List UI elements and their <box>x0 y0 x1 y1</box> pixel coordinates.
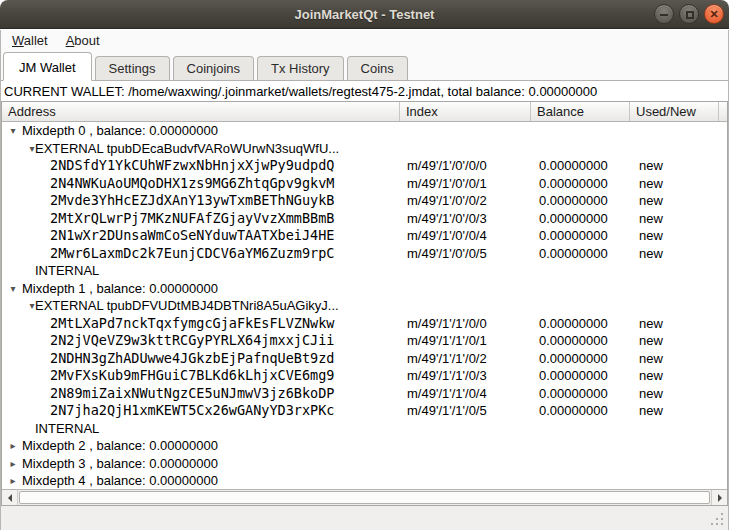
index-cell: m/49'/1'/0'/0/5 <box>407 245 487 263</box>
collapse-arrow-icon[interactable]: ▾ <box>7 280 19 298</box>
expand-arrow-icon[interactable]: ▸ <box>7 455 19 473</box>
tree-row-group[interactable]: ▸Mixdepth 3 , balance: 0.00000000 <box>2 455 727 473</box>
tree-row-group[interactable]: INTERNAL <box>2 262 727 280</box>
column-header-index[interactable]: Index <box>400 102 531 121</box>
tree-group-label: Mixdepth 2 , balance: 0.00000000 <box>22 437 218 455</box>
tree-group-label: INTERNAL <box>35 262 99 280</box>
address-cell: 2NDHN3gZhADUwwe4JGkzbEjPafnqUeBt9zd <box>50 350 334 368</box>
minimize-button[interactable] <box>654 4 674 24</box>
tab-settings[interactable]: Settings <box>95 56 170 80</box>
balance-cell: 0.00000000 <box>539 315 608 333</box>
minimize-icon <box>660 14 668 16</box>
tree-row-group[interactable]: ▾EXTERNAL tpubDEcaBudvfVARoWUrwN3suqWfU.… <box>2 140 727 158</box>
menu-accel-letter: W <box>12 33 24 48</box>
tree-row-group[interactable]: ▾Mixdepth 1 , balance: 0.00000000 <box>2 280 727 298</box>
tree-group-label: Mixdepth 4 , balance: 0.00000000 <box>22 472 218 489</box>
tab-jm-wallet[interactable]: JM Wallet <box>3 52 92 81</box>
balance-cell: 0.00000000 <box>539 332 608 350</box>
tab-coins[interactable]: Coins <box>347 56 408 80</box>
tree-row-address[interactable]: 2N4NWKuAoUMQoDHX1zs9MG6ZhtqGpv9gkvMm/49'… <box>2 175 727 193</box>
app-body: WalletAbout JM WalletSettingsCoinjoinsTx… <box>0 30 729 530</box>
tab-bar: JM WalletSettingsCoinjoinsTx HistoryCoin… <box>1 52 728 81</box>
address-cell: 2N2jVQeVZ9w3kttRCGyPYRLX64jmxxjCJii <box>50 332 334 350</box>
index-cell: m/49'/1'/1'/0/1 <box>407 332 487 350</box>
tree-row-address[interactable]: 2N89miZaixNWutNgzCE5uNJmwV3jz6BkoDPm/49'… <box>2 385 727 403</box>
index-cell: m/49'/1'/0'/0/0 <box>407 157 487 175</box>
tree-group-label: Mixdepth 1 , balance: 0.00000000 <box>22 280 218 298</box>
maximize-button[interactable] <box>679 4 699 24</box>
expand-arrow-icon[interactable]: ▸ <box>7 437 19 455</box>
tree-group-label: Mixdepth 3 , balance: 0.00000000 <box>22 455 218 473</box>
close-button[interactable]: ✕ <box>704 4 724 24</box>
column-header-filler <box>719 102 727 121</box>
column-header-balance[interactable]: Balance <box>531 102 630 121</box>
index-cell: m/49'/1'/0'/0/3 <box>407 210 487 228</box>
index-cell: m/49'/1'/0'/0/4 <box>407 227 487 245</box>
tab-coinjoins[interactable]: Coinjoins <box>173 56 254 80</box>
tree-header-row: AddressIndexBalanceUsed/New <box>2 102 727 122</box>
tree-row-address[interactable]: 2MtLXaPd7nckTqxfymgcGjaFkEsFLVZNwkwm/49'… <box>2 315 727 333</box>
tree-row-address[interactable]: 2MvFXsKub9mFHGuiC7BLKd6kLhjxCVE6mg9m/49'… <box>2 367 727 385</box>
scroll-right-button[interactable] <box>711 490 727 505</box>
used-new-cell: new <box>639 192 663 210</box>
used-new-cell: new <box>639 175 663 193</box>
window-title: JoinMarketQt - Testnet <box>0 0 729 29</box>
address-cell: 2N89miZaixNWutNgzCE5uNJmwV3jz6BkoDP <box>50 385 334 403</box>
index-cell: m/49'/1'/0'/0/1 <box>407 175 487 193</box>
title-bar[interactable]: JoinMarketQt - Testnet ✕ <box>0 0 729 29</box>
balance-cell: 0.00000000 <box>539 210 608 228</box>
address-cell: 2Mwr6LaxmDc2k7EunjCDCV6aYM6Zuzm9rpC <box>50 245 334 263</box>
menu-item-wallet[interactable]: Wallet <box>3 30 57 50</box>
tree-group-label: EXTERNAL tpubDFVUDtMBJ4DBTNri8A5uAGikyJ.… <box>35 297 339 315</box>
tree-row-address[interactable]: 2N7jha2QjH1xmKEWT5Cx26wGANyYD3rxPKcm/49'… <box>2 402 727 420</box>
scroll-left-button[interactable] <box>2 490 18 505</box>
tree-group-label: EXTERNAL tpubDEcaBudvfVARoWUrwN3suqWfU..… <box>35 140 339 158</box>
tree-row-address[interactable]: 2N2jVQeVZ9w3kttRCGyPYRLX64jmxxjCJiim/49'… <box>2 332 727 350</box>
expand-arrow-icon[interactable]: ▸ <box>7 472 19 489</box>
tree-row-group[interactable]: ▸Mixdepth 4 , balance: 0.00000000 <box>2 472 727 489</box>
index-cell: m/49'/1'/1'/0/3 <box>407 367 487 385</box>
maximize-icon <box>686 11 694 19</box>
balance-cell: 0.00000000 <box>539 245 608 263</box>
resize-grip[interactable] <box>711 513 725 527</box>
index-cell: m/49'/1'/1'/0/0 <box>407 315 487 333</box>
column-header-address[interactable]: Address <box>2 102 400 121</box>
horizontal-scrollbar[interactable] <box>2 489 727 505</box>
used-new-cell: new <box>639 210 663 228</box>
used-new-cell: new <box>639 227 663 245</box>
index-cell: m/49'/1'/0'/0/2 <box>407 192 487 210</box>
tree-row-address[interactable]: 2NDHN3gZhADUwwe4JGkzbEjPafnqUeBt9zdm/49'… <box>2 350 727 368</box>
balance-cell: 0.00000000 <box>539 157 608 175</box>
scroll-left-arrow-icon <box>4 494 12 502</box>
address-cell: 2Mvde3YhHcEZJdXAnY13ywTxmBEThNGuykB <box>50 192 334 210</box>
tab-tx-history[interactable]: Tx History <box>257 56 344 80</box>
tree-row-address[interactable]: 2NDSfdY1YkCUhWFzwxNbHnjxXjwPy9udpdQm/49'… <box>2 157 727 175</box>
balance-cell: 0.00000000 <box>539 402 608 420</box>
menu-item-about[interactable]: About <box>57 30 109 50</box>
tree-row-group[interactable]: ▾Mixdepth 0 , balance: 0.00000000 <box>2 122 727 140</box>
address-cell: 2N1wXr2DUnsaWmCoSeNYduwTAATXbeiJ4HE <box>50 227 334 245</box>
used-new-cell: new <box>639 367 663 385</box>
tree-row-address[interactable]: 2Mvde3YhHcEZJdXAnY13ywTxmBEThNGuykBm/49'… <box>2 192 727 210</box>
menu-label-rest: bout <box>74 33 99 48</box>
tree-row-group[interactable]: INTERNAL <box>2 420 727 438</box>
address-cell: 2N4NWKuAoUMQoDHX1zs9MG6ZhtqGpv9gkvM <box>50 175 334 193</box>
collapse-arrow-icon[interactable]: ▾ <box>7 122 19 140</box>
tree-row-address[interactable]: 2MtXrQLwrPj7MKzNUFAfZGjayVvzXmmBBmBm/49'… <box>2 210 727 228</box>
index-cell: m/49'/1'/1'/0/5 <box>407 402 487 420</box>
balance-cell: 0.00000000 <box>539 227 608 245</box>
used-new-cell: new <box>639 157 663 175</box>
column-header-used-new[interactable]: Used/New <box>630 102 719 121</box>
tree-row-address[interactable]: 2Mwr6LaxmDc2k7EunjCDCV6aYM6Zuzm9rpCm/49'… <box>2 245 727 263</box>
address-cell: 2N7jha2QjH1xmKEWT5Cx26wGANyYD3rxPKc <box>50 402 334 420</box>
wallet-tree[interactable]: AddressIndexBalanceUsed/New ▾Mixdepth 0 … <box>1 101 728 506</box>
balance-cell: 0.00000000 <box>539 385 608 403</box>
balance-cell: 0.00000000 <box>539 367 608 385</box>
tree-row-address[interactable]: 2N1wXr2DUnsaWmCoSeNYduwTAATXbeiJ4HEm/49'… <box>2 227 727 245</box>
used-new-cell: new <box>639 350 663 368</box>
address-cell: 2MtXrQLwrPj7MKzNUFAfZGjayVvzXmmBBmB <box>50 210 334 228</box>
tree-row-group[interactable]: ▾EXTERNAL tpubDFVUDtMBJ4DBTNri8A5uAGikyJ… <box>2 297 727 315</box>
scrollbar-thumb[interactable] <box>19 491 710 504</box>
app-window: JoinMarketQt - Testnet ✕ WalletAbout JM … <box>0 0 729 530</box>
tree-row-group[interactable]: ▸Mixdepth 2 , balance: 0.00000000 <box>2 437 727 455</box>
